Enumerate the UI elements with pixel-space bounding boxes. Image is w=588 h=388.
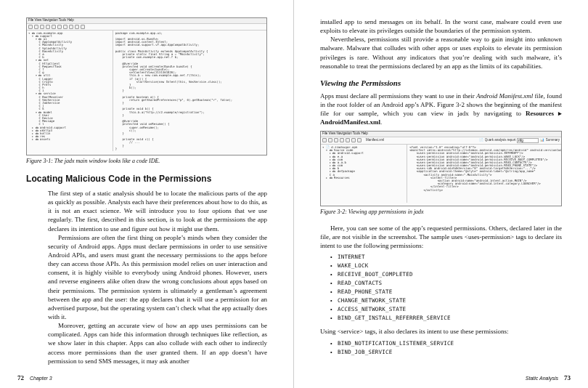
running-head-left: Chapter 3: [30, 376, 52, 381]
para-r2: Nevertheless, permissions still provide …: [320, 35, 562, 70]
page-number-73: 73: [564, 374, 571, 381]
running-head-right: Static Analysis: [526, 376, 558, 381]
settings-icon: [81, 25, 85, 29]
search-icon: [57, 25, 62, 29]
search-icon: [351, 138, 356, 142]
forward-icon: [52, 25, 56, 29]
para-r5: Using <service> tags, it also declares i…: [320, 327, 562, 336]
deobf-icon: [69, 25, 73, 29]
save-icon: [328, 138, 332, 142]
figure-3-2-caption: Figure 3-2: Viewing app permissions in j…: [320, 209, 562, 217]
folio-left: 72 Chapter 3: [17, 373, 52, 382]
page-number-72: 72: [17, 374, 24, 381]
jadx-project-tree: ▾ 🗀 com.example.app ▾ 🗀 support ▾ 🗀 ui C…: [27, 31, 113, 151]
jadx2-project-tree: ▾ 📄 d.zzadsugar.apk ▾ 🗀 Source code ▸ 🗀 …: [321, 145, 407, 203]
para-r3-italic: Android Manifest.xml: [476, 92, 533, 100]
permission-item: WAKE_LOCK: [330, 262, 562, 270]
open-icon: [28, 25, 33, 29]
permission-item: INTERNET: [330, 253, 562, 262]
body-text-viewing-permissions: Apps must declare all permissions they w…: [320, 92, 562, 127]
body-text-services-intro: Using <service> tags, it also declares i…: [320, 327, 562, 336]
body-text-left: The first step of a static analysis shou…: [48, 189, 267, 365]
find-icon: [63, 25, 68, 29]
permission-item: RECEIVE_BOOT_COMPLETED: [330, 270, 562, 279]
back-icon: [340, 138, 344, 142]
permission-item: BIND_NOTIFICATION_LISTENER_SERVICE: [330, 339, 562, 348]
body-text-after-fig32: Here, you can see some of the app’s requ…: [320, 224, 562, 250]
para-r3-c: .: [380, 118, 382, 126]
jadx2-tab-title: Manifest.xml: [366, 139, 384, 142]
para-r3: Apps must declare all permissions they w…: [320, 92, 562, 127]
permissions-list: INTERNETWAKE_LOCKRECEIVE_BOOT_COMPLETEDR…: [330, 253, 562, 323]
log-icon: [75, 25, 79, 29]
permission-item: ACCESS_NETWORK_STATE: [330, 305, 562, 314]
figure-3-1-caption: Figure 3-1: The jadx main window looks l…: [26, 158, 267, 166]
jadx2-menubar: File View Navigation Tools Help: [321, 132, 561, 137]
page-73: installed app to send messages on its be…: [294, 0, 588, 388]
figure-3-1-jadx-main-window: File View Navigation Tools Help ▾ 🗀 com.…: [26, 17, 267, 155]
permission-item: BIND_JOB_SERVICE: [330, 348, 562, 357]
sync-icon: [334, 138, 338, 142]
open-icon: [322, 138, 327, 142]
section-heading-locating-malicious-code: Locating Malicious Code in the Permissio…: [26, 173, 267, 185]
jadx2-search-input[interactable]: [517, 138, 539, 143]
para-l3: Moreover, getting an accurate view of ho…: [48, 321, 267, 365]
deobf-icon: [357, 138, 362, 142]
permission-item: CHANGE_NETWORK_STATE: [330, 296, 562, 305]
permission-item: BIND_GET_INSTALL_REFERRER_SERVICE: [330, 314, 562, 323]
jadx2-toolbar: Manifest.xml 📄 Quark analysis report 📊 S…: [321, 137, 561, 145]
folio-right: Static Analysis 73: [526, 373, 571, 382]
jadx2-xml-editor: <?xml version="1.0" encoding="utf-8"?> <…: [407, 145, 561, 203]
para-r1: installed app to send messages on its be…: [320, 17, 562, 35]
jadx-toolbar: [27, 24, 266, 31]
permission-item: READ_CONTACTS: [330, 279, 562, 288]
para-r4: Here, you can see some of the app’s requ…: [320, 224, 562, 250]
figure-3-2-jadx-manifest: File View Navigation Tools Help Manifest…: [320, 131, 562, 206]
body-text-right-top: installed app to send messages on its be…: [320, 17, 562, 70]
jadx-code-editor: package com.example.app.ui; import andro…: [113, 31, 266, 151]
para-l1: The first step of a static analysis shou…: [48, 189, 267, 233]
subhead-viewing-permissions: Viewing the Permissions: [320, 78, 562, 89]
page-72: File View Navigation Tools Help ▾ 🗀 com.…: [0, 0, 294, 388]
summary-button[interactable]: 📊 Summary: [540, 139, 560, 142]
quark-report-label: 📄 Quark analysis report: [479, 139, 515, 142]
para-l2: Permissions are often the first thing on…: [48, 233, 267, 321]
jadx-menubar: File View Navigation Tools Help: [27, 18, 266, 24]
sync-icon: [40, 25, 44, 29]
forward-icon: [346, 138, 350, 142]
back-icon: [46, 25, 50, 29]
service-permissions-list: BIND_NOTIFICATION_LISTENER_SERVICEBIND_J…: [330, 339, 562, 357]
save-icon: [34, 25, 38, 29]
permission-item: READ_PHONE_STATE: [330, 288, 562, 296]
para-r3-a: Apps must declare all permissions they w…: [320, 92, 476, 100]
